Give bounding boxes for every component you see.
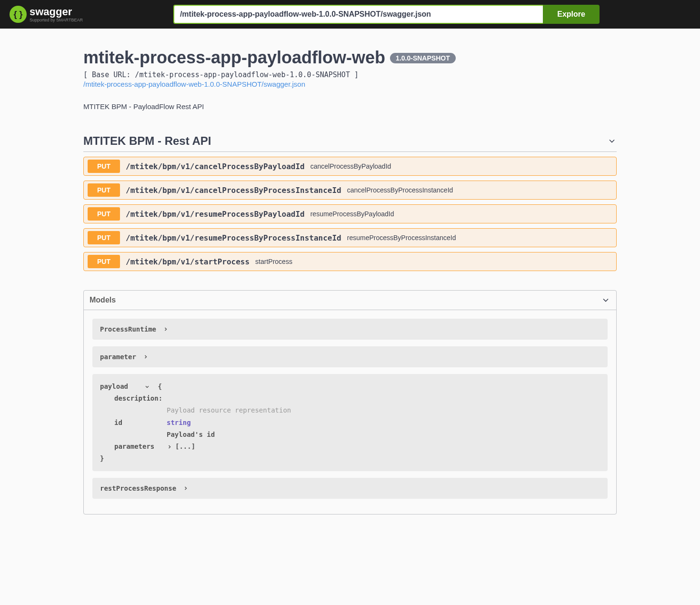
model-item[interactable]: parameter	[92, 346, 608, 367]
api-description: MTITEK BPM - PayloadFlow Rest API	[83, 102, 617, 111]
operations-list: PUT /mtitek/bpm/v1/cancelProcessByPayloa…	[83, 157, 617, 271]
operation-path: /mtitek/bpm/v1/cancelProcessByProcessIns…	[126, 186, 341, 195]
operation-block: PUT /mtitek/bpm/v1/startProcess startPro…	[83, 252, 617, 271]
method-badge: PUT	[88, 183, 120, 197]
operation-desc: resumeProcessByPayloadId	[310, 210, 394, 218]
chevron-right-icon	[143, 354, 149, 360]
swagger-json-link[interactable]: /mtitek-process-app-payloadflow-web-1.0.…	[83, 80, 617, 88]
model-description-value-row: Payload resource representation	[100, 404, 600, 416]
model-field-note-row: Payload's id	[100, 429, 600, 441]
operation-block: PUT /mtitek/bpm/v1/cancelProcessByProces…	[83, 181, 617, 200]
operation-block: PUT /mtitek/bpm/v1/cancelProcessByPayloa…	[83, 157, 617, 176]
operation-desc: cancelProcessByProcessInstanceId	[347, 186, 453, 194]
chevron-down-icon	[607, 136, 617, 146]
operation-path: /mtitek/bpm/v1/cancelProcessByPayloadId	[126, 162, 305, 171]
chevron-right-icon	[183, 485, 189, 491]
open-brace: {	[158, 383, 162, 390]
operation-block: PUT /mtitek/bpm/v1/resumeProcessByPayloa…	[83, 204, 617, 223]
model-field-row: id string	[100, 417, 600, 429]
tag-header[interactable]: MTITEK BPM - Rest API	[83, 134, 617, 152]
model-desc-key: description:	[100, 393, 167, 404]
model-item[interactable]: ProcessRuntime	[92, 319, 608, 340]
main-container: mtitek-process-app-payloadflow-web 1.0.0…	[74, 29, 626, 524]
brand-subtext: Supported by SMARTBEAR	[30, 18, 83, 22]
operation-summary[interactable]: PUT /mtitek/bpm/v1/startProcess startPro…	[84, 252, 616, 271]
models-body: ProcessRuntime parameter payload { descr…	[84, 310, 616, 514]
operation-desc: cancelProcessByPayloadId	[310, 162, 391, 170]
tag-name: MTITEK BPM - Rest API	[83, 134, 211, 148]
model-name: parameter	[100, 353, 136, 361]
model-desc-value: Payload resource representation	[167, 404, 600, 416]
model-field-key: id	[100, 417, 167, 429]
model-field-key: parameters	[100, 441, 167, 453]
operation-path: /mtitek/bpm/v1/startProcess	[126, 257, 250, 266]
operation-path: /mtitek/bpm/v1/resumeProcessByProcessIns…	[126, 233, 341, 242]
chevron-right-icon	[167, 444, 172, 450]
model-item-expanded: payload { description: Payload resource …	[92, 374, 608, 471]
collapsed-placeholder: [...]	[175, 441, 195, 453]
model-field-collapsed[interactable]: [...]	[167, 441, 600, 453]
version-badge: 1.0.0-SNAPSHOT	[390, 53, 456, 63]
model-name: payload	[100, 383, 128, 390]
chevron-down-icon	[601, 295, 610, 305]
brand-text: swagger	[30, 7, 83, 17]
operation-desc: resumeProcessByProcessInstanceId	[347, 234, 456, 242]
model-description-row: description:	[100, 393, 600, 404]
swagger-url-input[interactable]	[173, 5, 543, 24]
topbar: { } swagger Supported by SMARTBEAR Explo…	[0, 0, 700, 29]
model-name: ProcessRuntime	[100, 325, 156, 333]
operation-summary[interactable]: PUT /mtitek/bpm/v1/cancelProcessByProces…	[84, 181, 616, 199]
swagger-logo: { } swagger Supported by SMARTBEAR	[10, 6, 83, 23]
model-field-note: Payload's id	[167, 431, 215, 438]
model-field-type: string	[167, 419, 191, 426]
close-brace: }	[100, 453, 600, 464]
logo-text-wrap: swagger Supported by SMARTBEAR	[30, 7, 83, 22]
model-name: restProcessResponse	[100, 484, 176, 492]
models-section: Models ProcessRuntime parameter payload …	[83, 290, 617, 514]
models-title: Models	[90, 296, 116, 304]
operation-summary[interactable]: PUT /mtitek/bpm/v1/cancelProcessByPayloa…	[84, 157, 616, 175]
api-title-row: mtitek-process-app-payloadflow-web 1.0.0…	[83, 48, 617, 68]
explore-button[interactable]: Explore	[543, 5, 600, 24]
method-badge: PUT	[88, 160, 120, 173]
method-badge: PUT	[88, 231, 120, 244]
chevron-down-icon	[144, 384, 150, 390]
operation-path: /mtitek/bpm/v1/resumeProcessByPayloadId	[126, 210, 305, 219]
chevron-right-icon	[163, 326, 169, 332]
method-badge: PUT	[88, 255, 120, 268]
model-item[interactable]: restProcessResponse	[92, 478, 608, 499]
operation-block: PUT /mtitek/bpm/v1/resumeProcessByProces…	[83, 228, 617, 247]
base-url: [ Base URL: /mtitek-process-app-payloadf…	[83, 71, 617, 79]
operation-summary[interactable]: PUT /mtitek/bpm/v1/resumeProcessByPayloa…	[84, 205, 616, 223]
operation-desc: startProcess	[255, 258, 292, 265]
model-field-row: parameters [...]	[100, 441, 600, 453]
url-search-wrap: Explore	[173, 5, 600, 24]
models-header[interactable]: Models	[84, 291, 616, 310]
method-badge: PUT	[88, 207, 120, 221]
api-title: mtitek-process-app-payloadflow-web	[83, 48, 385, 68]
operation-summary[interactable]: PUT /mtitek/bpm/v1/resumeProcessByProces…	[84, 229, 616, 247]
swagger-logo-icon: { }	[10, 6, 27, 23]
model-heading-row[interactable]: payload {	[100, 381, 600, 393]
tag-section: MTITEK BPM - Rest API PUT /mtitek/bpm/v1…	[83, 134, 617, 271]
